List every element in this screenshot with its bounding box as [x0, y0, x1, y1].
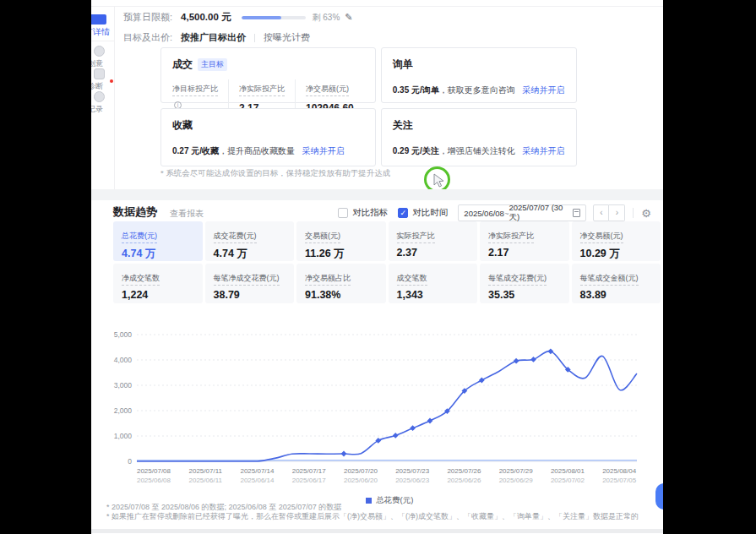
bulb-icon: [94, 46, 105, 57]
svg-text:3,000: 3,000: [114, 381, 133, 390]
daily-budget-label: 预算日限额:: [123, 11, 172, 24]
adopt-enable-link-follow[interactable]: 采纳并开启: [523, 146, 565, 155]
goal-cards: 成交 主目标 净目标投产比i 2.45 ✎ 净实际投产比 2.17 净交易额(元…: [160, 47, 519, 166]
svg-text:2025/07/14: 2025/07/14: [240, 467, 275, 475]
favorite-price: 0.27 元/收藏: [172, 146, 219, 155]
svg-text:2025/07/23: 2025/07/23: [395, 467, 430, 475]
daily-budget-row: 预算日限额: 4,500.00 元 剩 63% ✎: [123, 11, 353, 24]
net-target-roi-label: 净目标投产比: [172, 84, 218, 96]
metric-tile-4[interactable]: 实际投产比2.370.00: [389, 221, 478, 261]
svg-text:2025/08/04: 2025/08/04: [602, 467, 637, 475]
svg-text:1,000: 1,000: [114, 432, 133, 440]
legend-swatch-total-cost: [366, 498, 372, 504]
chart-footnote-2: * 如果推广在暂停或删除前已经获得了曝光，那么在暂停或重建后展示「(净)交易额」…: [106, 511, 639, 522]
side-drawer-handle[interactable]: [655, 483, 663, 509]
sidebar-item-2[interactable]: 诊断: [91, 68, 115, 92]
next-period-button[interactable]: ›: [609, 204, 625, 221]
date-range-input[interactable]: 2025/06/08 ~ 2025/07/07 (30天): [458, 204, 586, 221]
trend-controls: 对比指标 ✓ 对比时间 2025/06/08 ~ 2025/07/07 (30天…: [338, 204, 651, 221]
svg-text:2025/06/14: 2025/06/14: [240, 477, 275, 484]
deal-title: 成交: [172, 57, 193, 72]
tab-bid-by-impression[interactable]: 按曝光计费: [264, 31, 310, 44]
clock-icon: [94, 91, 105, 102]
metric-tile-2[interactable]: 成交花费(元)4.74 万0.00: [205, 221, 295, 261]
controls-divider: [633, 208, 634, 218]
compare-time-checkbox[interactable]: ✓: [398, 208, 408, 218]
svg-text:2025/06/08: 2025/06/08: [137, 477, 171, 484]
inquiry-title: 询单: [393, 57, 413, 72]
goal-footnote: * 系统会尽可能达成你设置的目标，保持稳定投放有助于提升达成: [160, 168, 390, 179]
primary-goal-badge: 主目标: [198, 58, 227, 71]
trends-title: 数据趋势: [113, 204, 157, 220]
goal-card-inquiry[interactable]: 询单 0.35 元/询单，获取更多意向咨询 采纳并开启: [381, 47, 577, 103]
sidebar-item-1[interactable]: 创意: [91, 46, 115, 69]
metric-tile-1[interactable]: 总花费(元)4.74 万0.00: [113, 221, 203, 261]
date-pager: ‹ ›: [593, 204, 625, 221]
svg-text:2025/06/11: 2025/06/11: [189, 477, 223, 484]
screen: 广详情 创意诊断记录 预算日限额: 4,500.00 元 剩 63% ✎ 目标及…: [0, 0, 756, 534]
section-divider: [91, 189, 663, 200]
legend-label: 总花费(元): [376, 495, 413, 506]
date-start: 2025/06/08: [464, 209, 504, 218]
svg-text:2025/06/17: 2025/06/17: [292, 477, 327, 484]
settings-gear-icon[interactable]: ⚙: [641, 207, 651, 220]
svg-text:2025/06/20: 2025/06/20: [344, 477, 378, 484]
goal-bid-row: 目标及出价: 按推广目标出价 按曝光计费: [123, 31, 310, 44]
goal-card-favorite[interactable]: 收藏 0.27 元/收藏，提升商品收藏数量 采纳并开启: [160, 108, 376, 166]
net-actual-roi-label: 净实际投产比: [239, 84, 285, 96]
metric-tile-11[interactable]: 每笔成交花费(元)35.350.00: [480, 264, 569, 303]
metric-tile-5[interactable]: 净实际投产比2.170.00: [480, 221, 569, 261]
alert-dot: [110, 79, 113, 83]
metric-tile-7[interactable]: 净成交笔数1,2240: [113, 264, 203, 303]
svg-text:2025/07/05: 2025/07/05: [602, 477, 637, 484]
svg-text:0: 0: [128, 457, 132, 466]
svg-text:2025/07/11: 2025/07/11: [189, 467, 223, 475]
goal-card-deal[interactable]: 成交 主目标 净目标投产比i 2.45 ✎ 净实际投产比 2.17 净交易额(元…: [160, 47, 376, 103]
sidebar-active-icon[interactable]: [91, 14, 106, 25]
bottom-edge: [91, 529, 663, 533]
top-divider: [91, 6, 663, 7]
chart-legend[interactable]: 总花费(元): [366, 495, 413, 506]
date-end: 2025/07/07 (30天): [509, 203, 572, 223]
follow-desc: ，增强店铺关注转化: [439, 146, 515, 155]
svg-text:2025/07/20: 2025/07/20: [344, 467, 378, 475]
compare-metric-checkbox[interactable]: [338, 208, 348, 218]
metric-tile-12[interactable]: 每笔成交金额(元)83.890.00: [572, 264, 661, 303]
goal-card-follow[interactable]: 关注 0.29 元/关注，增强店铺关注转化 采纳并开启: [381, 108, 577, 166]
metric-tile-6[interactable]: 净交易额(元)10.29 万0.00: [572, 221, 661, 261]
trend-chart: 01,0002,0003,0004,0005,0002025/07/082025…: [105, 326, 654, 497]
metric-tile-8[interactable]: 每笔净成交花费(元)38.790.00: [205, 264, 295, 303]
sidebar-item-detail[interactable]: 广详情: [91, 26, 115, 38]
inquiry-desc: ，获取更多意向咨询: [439, 85, 515, 95]
favorite-title: 收藏: [172, 118, 193, 133]
prev-period-button[interactable]: ‹: [593, 204, 609, 221]
budget-remaining: 剩 63%: [313, 12, 340, 24]
edit-budget-icon[interactable]: ✎: [345, 12, 352, 23]
svg-text:4,000: 4,000: [114, 356, 133, 364]
follow-price: 0.29 元/关注: [393, 146, 439, 155]
adopt-enable-link-inquiry[interactable]: 采纳并开启: [523, 85, 565, 95]
metric-tile-3[interactable]: 交易额(元)11.26 万0.00: [296, 221, 386, 261]
sidebar-divider: [91, 41, 115, 41]
metric-tile-10[interactable]: 成交笔数1,3430: [389, 264, 478, 303]
svg-text:2025/07/29: 2025/07/29: [499, 467, 534, 475]
metric-tile-grid: 总花费(元)4.74 万0.00成交花费(元)4.74 万0.00交易额(元)1…: [113, 221, 661, 303]
svg-text:5,000: 5,000: [114, 330, 133, 339]
svg-text:2025/07/02: 2025/07/02: [551, 477, 585, 484]
tab-bid-by-goal[interactable]: 按推广目标出价: [181, 31, 246, 44]
net-gmv-label: 净交易额(元): [306, 84, 349, 96]
svg-text:2025/06/23: 2025/06/23: [395, 477, 430, 484]
goal-bid-label: 目标及出价:: [123, 31, 172, 44]
inquiry-price: 0.35 元/询单: [393, 85, 439, 95]
budget-progress-bar: [242, 16, 306, 19]
view-report-link[interactable]: 查看报表: [170, 208, 204, 220]
anchor-sidebar: 广详情 创意诊断记录: [91, 7, 115, 189]
sidebar-item-3[interactable]: 记录: [91, 91, 115, 115]
calendar-icon: [573, 209, 581, 217]
metric-tile-9[interactable]: 净交易额占比91.38%0.00%: [296, 264, 386, 303]
svg-text:2025/07/08: 2025/07/08: [137, 467, 171, 475]
svg-text:2025/08/01: 2025/08/01: [551, 467, 585, 475]
compare-metric-label: 对比指标: [352, 207, 388, 219]
adopt-enable-link-favorite[interactable]: 采纳并开启: [302, 146, 345, 155]
svg-text:2025/06/26: 2025/06/26: [447, 477, 481, 484]
